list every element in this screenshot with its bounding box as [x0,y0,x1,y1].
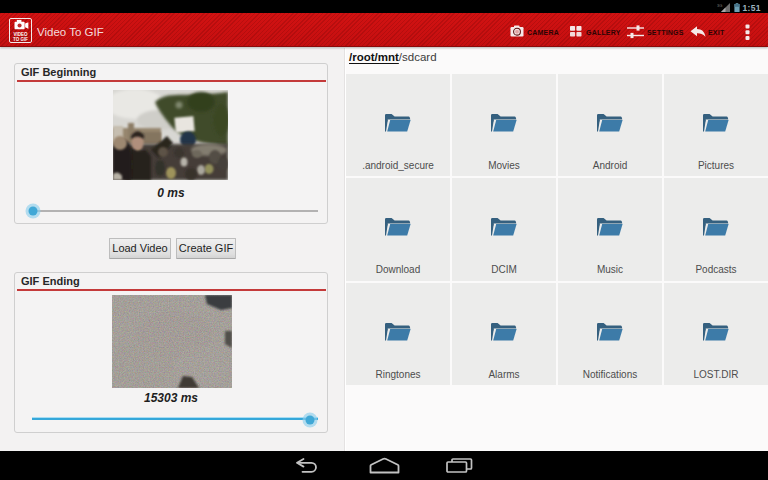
svg-text:3G: 3G [717,3,722,8]
